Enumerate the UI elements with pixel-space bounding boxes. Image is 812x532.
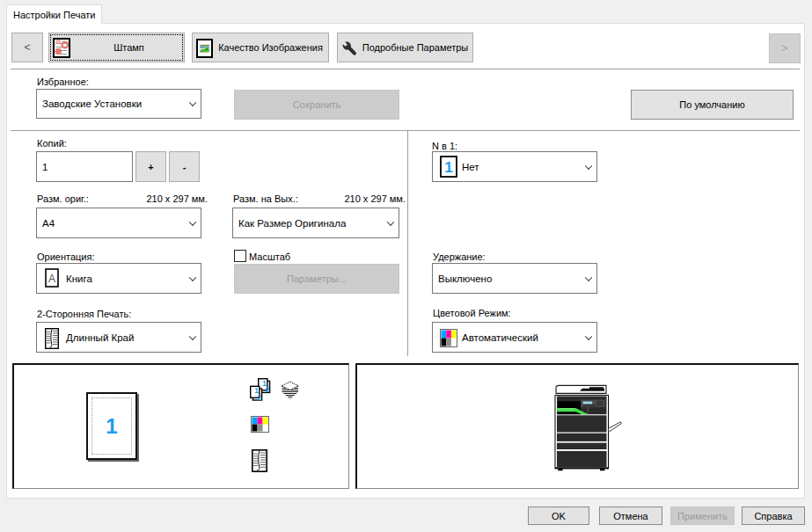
svg-text:1: 1: [444, 159, 452, 176]
svg-text:2: 2: [266, 385, 270, 394]
svg-text:2: 2: [258, 393, 262, 401]
svg-text:A: A: [48, 273, 55, 285]
